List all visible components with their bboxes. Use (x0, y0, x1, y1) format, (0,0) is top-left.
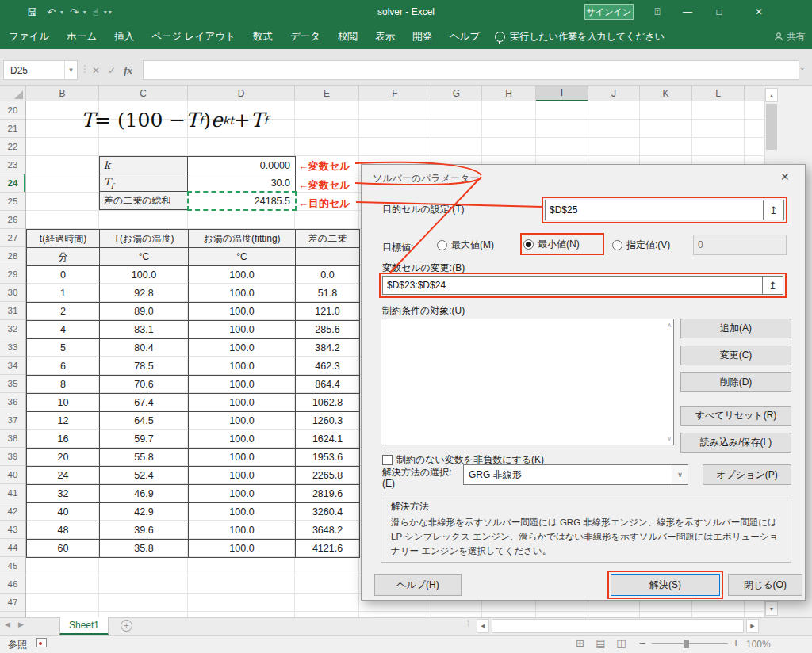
row-header-39[interactable]: 39 (0, 448, 25, 466)
table-cell[interactable]: 100.0 (189, 303, 296, 321)
redo-icon[interactable]: ↷ (67, 6, 82, 18)
column-header-H[interactable]: H (482, 86, 536, 101)
row-header-36[interactable]: 36 (0, 393, 25, 411)
table-cell[interactable]: 100.0 (189, 394, 296, 412)
table-cell[interactable]: 42.9 (100, 503, 189, 521)
row-header-37[interactable]: 37 (0, 411, 25, 430)
signin-button[interactable]: サインイン (584, 4, 634, 20)
table-cell[interactable]: 100.0 (189, 339, 296, 357)
cancel-icon[interactable]: ✕ (92, 65, 100, 76)
column-header-G[interactable]: G (431, 86, 482, 101)
cell-c23-label[interactable]: k (99, 156, 188, 174)
ribbon-tab-数式[interactable]: 数式 (244, 24, 282, 49)
ribbon-tab-校閲[interactable]: 校閲 (329, 24, 366, 49)
ribbon-tab-データ[interactable]: データ (282, 24, 329, 49)
cell-d24-tf-value[interactable]: 30.0 (187, 174, 296, 192)
tell-me-box[interactable]: 実行したい作業を入力してください (495, 30, 665, 44)
table-cell[interactable]: 8 (27, 376, 100, 394)
row-header-46[interactable]: 46 (0, 575, 25, 594)
listbox-scroll-down-icon[interactable]: ∨ (667, 435, 672, 442)
table-cell[interactable]: 60 (27, 540, 100, 558)
scroll-right-icon[interactable]: ▶ (746, 619, 759, 633)
sheet-nav-icons[interactable]: ◀▶ (5, 621, 32, 628)
row-header-32[interactable]: 32 (0, 320, 25, 338)
help-button[interactable]: ヘルプ(H) (374, 574, 462, 596)
row-header-20[interactable]: 20 (0, 101, 25, 120)
vertical-scrollbar-thumb[interactable] (766, 104, 777, 150)
table-cell[interactable]: 32 (27, 485, 100, 503)
table-cell[interactable]: 51.8 (296, 284, 360, 303)
table-cell[interactable]: 1 (27, 284, 100, 303)
table-cell[interactable]: 40 (27, 503, 100, 521)
ribbon-tab-ヘルプ[interactable]: ヘルプ (441, 24, 488, 49)
table-cell[interactable]: 78.5 (100, 357, 189, 376)
listbox-scroll-up-icon[interactable]: ∧ (667, 322, 672, 329)
row-header-45[interactable]: 45 (0, 557, 25, 575)
row-header-43[interactable]: 43 (0, 521, 25, 539)
insert-function-icon[interactable]: fx (124, 64, 132, 77)
table-cell[interactable]: 100.0 (189, 449, 296, 467)
row-header-30[interactable]: 30 (0, 284, 25, 302)
table-cell[interactable]: 39.6 (100, 521, 189, 540)
table-cell[interactable]: 92.8 (100, 284, 189, 303)
table-cell[interactable]: 100.0 (189, 284, 296, 303)
select-all-corner[interactable] (0, 86, 26, 101)
radio-max[interactable]: 最大値(M) (437, 239, 494, 252)
constraints-listbox[interactable]: ∧ ∨ (381, 319, 674, 445)
row-header-21[interactable]: 21 (0, 120, 25, 138)
table-cell[interactable]: 100.0 (189, 266, 296, 284)
data-table[interactable]: t(経過時間)T(お湯の温度)お湯の温度(fitting)差の二乗 分°C°C … (26, 229, 360, 558)
table-cell[interactable]: 1062.8 (296, 394, 360, 412)
checkbox-icon[interactable] (382, 455, 393, 465)
table-cell[interactable]: 59.7 (100, 430, 189, 449)
table-cell[interactable]: 5 (27, 339, 100, 357)
ribbon-tab-表示[interactable]: 表示 (366, 24, 404, 49)
table-cell[interactable]: 24 (27, 467, 100, 485)
table-cell[interactable]: 3260.4 (296, 503, 360, 521)
delete-button[interactable]: 削除(D) (680, 372, 791, 392)
method-select[interactable]: GRG 非線形 ∨ (463, 464, 688, 485)
table-cell[interactable]: 16 (27, 430, 100, 449)
range-selector-icon[interactable]: ↥ (763, 276, 783, 295)
table-cell[interactable]: 6 (27, 357, 100, 376)
save-icon[interactable]: 🖫 (24, 6, 40, 18)
row-header-23[interactable]: 23 (0, 156, 25, 174)
touch-mode-dropdown-icon[interactable]: ▾ (104, 9, 107, 16)
column-header-E[interactable]: E (295, 86, 359, 101)
row-header-38[interactable]: 38 (0, 430, 25, 448)
ribbon-tab-挿入[interactable]: 挿入 (105, 24, 143, 49)
row-header-33[interactable]: 33 (0, 338, 25, 357)
table-cell[interactable]: 100.0 (189, 430, 296, 449)
row-header-40[interactable]: 40 (0, 466, 25, 484)
customize-qat-icon[interactable]: ▾ (109, 9, 112, 16)
table-cell[interactable]: 67.4 (100, 394, 189, 412)
objective-input[interactable]: $D$25 (545, 200, 764, 220)
row-header-22[interactable]: 22 (0, 138, 25, 156)
minimize-button[interactable]: — (674, 0, 701, 24)
table-cell[interactable]: 12 (27, 412, 100, 430)
table-cell[interactable]: 100.0 (189, 540, 296, 558)
normal-view-icon[interactable]: ⊞ (574, 637, 586, 649)
ribbon-tab-開発[interactable]: 開発 (404, 24, 441, 49)
table-cell[interactable]: 100.0 (189, 412, 296, 430)
undo-icon[interactable]: ↶ (44, 6, 59, 18)
table-cell[interactable]: 100.0 (189, 485, 296, 503)
table-cell[interactable]: 100.0 (189, 521, 296, 540)
column-header-stub[interactable] (745, 86, 764, 101)
row-header-31[interactable]: 31 (0, 302, 25, 320)
row-header-27[interactable]: 27 (0, 229, 25, 247)
sheet-tab-sheet1[interactable]: Sheet1 (59, 617, 109, 635)
table-cell[interactable]: 55.8 (100, 449, 189, 467)
horizontal-scrollbar[interactable] (492, 619, 744, 633)
tab-bar-splitter[interactable]: ⁞ (467, 619, 469, 628)
table-cell[interactable]: 2 (27, 303, 100, 321)
table-cell[interactable]: 4121.6 (296, 540, 360, 558)
range-selector-icon[interactable]: ↥ (764, 200, 784, 220)
add-sheet-icon[interactable]: + (121, 620, 132, 632)
ribbon-tab-ファイル[interactable]: ファイル (0, 24, 58, 49)
table-cell[interactable]: 10 (27, 394, 100, 412)
cell-c25-label[interactable]: 差の二乗の総和 (99, 191, 188, 210)
row-header-34[interactable]: 34 (0, 357, 25, 375)
table-cell[interactable]: 462.3 (296, 357, 360, 376)
row-header-42[interactable]: 42 (0, 502, 25, 521)
